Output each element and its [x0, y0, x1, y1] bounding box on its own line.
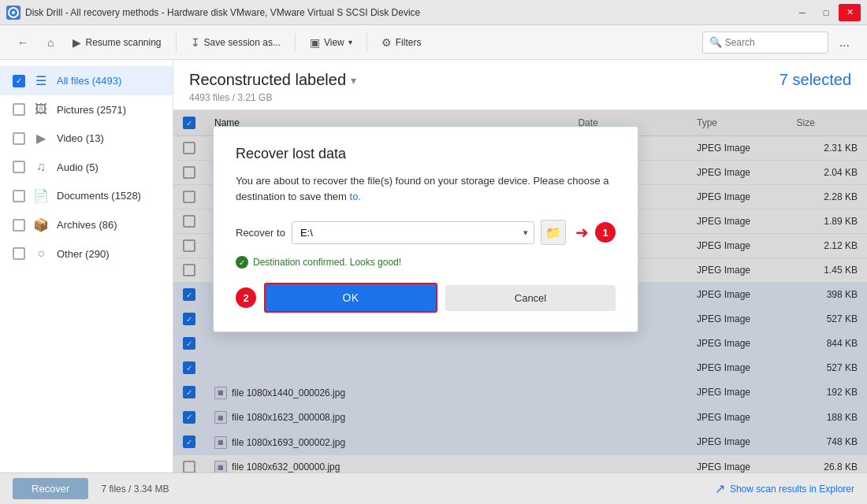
- titlebar-left: Disk Drill - All recovery methods - Hard…: [6, 6, 420, 20]
- toolbar-separator: [176, 33, 177, 52]
- sidebar-item-pictures[interactable]: 🖼 Pictures (2571): [0, 95, 173, 124]
- sidebar-item-archives[interactable]: 📦 Archives (86): [0, 210, 173, 239]
- resume-scanning-button[interactable]: ▶ Resume scanning: [65, 32, 169, 53]
- maximize-button[interactable]: □: [815, 4, 837, 21]
- minimize-button[interactable]: ─: [791, 4, 813, 21]
- sidebar-item-pictures-label: Pictures (2571): [57, 104, 126, 116]
- save-icon: ↧: [191, 36, 200, 49]
- all-files-icon: ☰: [33, 73, 49, 88]
- destination-input[interactable]: [292, 221, 534, 244]
- archives-icon: 📦: [33, 217, 49, 232]
- view-button[interactable]: ▣ View ▾: [302, 32, 360, 53]
- sidebar-item-audio[interactable]: ♫ Audio (5): [0, 153, 173, 181]
- titlebar-controls: ─ □ ✕: [791, 4, 861, 21]
- step1-arrow-icon: ➜: [575, 223, 589, 242]
- content-header-top: Reconstructed labeled ▾ 7 selected: [189, 71, 851, 89]
- sidebar-checkbox-other[interactable]: [13, 247, 25, 260]
- export-icon: ↗: [715, 481, 725, 496]
- sidebar-item-archives-label: Archives (86): [57, 219, 117, 231]
- confirmed-check-icon: ✓: [236, 256, 248, 269]
- back-icon: ←: [17, 36, 28, 49]
- close-button[interactable]: ✕: [839, 4, 861, 21]
- sidebar-item-documents[interactable]: 📄 Documents (1528): [0, 181, 173, 210]
- sidebar-item-other-label: Other (290): [57, 248, 109, 260]
- view-icon: ▣: [310, 36, 320, 49]
- app-icon: [6, 6, 20, 20]
- view-label: View: [324, 37, 344, 48]
- titlebar-title: Disk Drill - All recovery methods - Hard…: [25, 7, 420, 18]
- other-icon: ○: [33, 246, 49, 261]
- bottom-files-info: 7 files / 3.34 MB: [101, 484, 169, 495]
- sidebar: ✓ ☰ All files (4493) 🖼 Pictures (2571) ▶…: [0, 60, 173, 472]
- sidebar-item-all-files[interactable]: ✓ ☰ All files (4493): [0, 66, 173, 95]
- documents-icon: 📄: [33, 188, 49, 203]
- main-layout: ✓ ☰ All files (4493) 🖼 Pictures (2571) ▶…: [0, 60, 867, 472]
- cancel-button[interactable]: Cancel: [445, 285, 616, 311]
- sidebar-item-all-files-label: All files (4493): [57, 75, 121, 87]
- video-icon: ▶: [33, 131, 49, 146]
- sidebar-item-video[interactable]: ▶ Video (13): [0, 124, 173, 153]
- dialog-actions: 2 OK Cancel: [236, 283, 616, 313]
- svg-point-1: [12, 11, 15, 14]
- toolbar: ← ⌂ ▶ Resume scanning ↧ Save session as.…: [0, 25, 867, 60]
- dialog-overlay: Recover lost data You are about to recov…: [173, 110, 867, 472]
- content-area: Reconstructed labeled ▾ 7 selected 4493 …: [173, 60, 867, 472]
- sidebar-checkbox-video[interactable]: [13, 132, 25, 145]
- content-title-text: Reconstructed labeled: [189, 71, 346, 89]
- content-header: Reconstructed labeled ▾ 7 selected 4493 …: [173, 60, 867, 110]
- filters-button[interactable]: ⚙ Filters: [374, 32, 430, 53]
- resume-scanning-label: Resume scanning: [85, 37, 161, 48]
- sidebar-item-video-label: Video (13): [57, 132, 104, 144]
- pictures-icon: 🖼: [33, 102, 49, 117]
- search-icon: 🔍: [709, 36, 722, 48]
- dialog-desc-blue: to.: [350, 191, 361, 202]
- title-dropdown-icon[interactable]: ▾: [351, 74, 356, 87]
- content-subtitle: 4493 files / 3.21 GB: [189, 92, 851, 103]
- sidebar-checkbox-audio[interactable]: [13, 161, 25, 173]
- step1-badge: 1: [595, 222, 616, 243]
- confirmed-text: Destination confirmed. Looks good!: [253, 257, 401, 268]
- search-box[interactable]: 🔍: [702, 32, 828, 54]
- play-icon: ▶: [73, 36, 81, 49]
- recover-dialog: Recover lost data You are about to recov…: [213, 126, 638, 332]
- sidebar-item-other[interactable]: ○ Other (290): [0, 239, 173, 268]
- folder-icon: 📁: [545, 225, 561, 240]
- save-session-label: Save session as...: [204, 37, 281, 48]
- sidebar-checkbox-pictures[interactable]: [13, 103, 25, 116]
- save-session-button[interactable]: ↧ Save session as...: [183, 32, 288, 53]
- recover-to-row: Recover to ▾ 📁 ➜ 1: [236, 220, 616, 245]
- back-button[interactable]: ←: [9, 32, 36, 53]
- sidebar-item-audio-label: Audio (5): [57, 161, 99, 173]
- home-icon: ⌂: [47, 36, 54, 49]
- filter-icon: ⚙: [381, 36, 392, 49]
- show-scan-results-button[interactable]: ↗ Show scan results in Explorer: [715, 481, 854, 496]
- dialog-title: Recover lost data: [236, 146, 616, 162]
- audio-icon: ♫: [33, 160, 49, 174]
- recover-button[interactable]: Recover: [13, 478, 88, 499]
- ok-button[interactable]: OK: [264, 283, 437, 313]
- destination-input-wrap: ▾: [292, 221, 534, 244]
- filters-label: Filters: [396, 37, 422, 48]
- sidebar-checkbox-all-files[interactable]: ✓: [13, 75, 25, 87]
- step2-badge: 2: [236, 287, 256, 308]
- more-button[interactable]: ...: [832, 32, 858, 54]
- home-button[interactable]: ⌂: [39, 32, 61, 53]
- sidebar-item-documents-label: Documents (1528): [57, 190, 141, 202]
- content-title: Reconstructed labeled ▾: [189, 71, 356, 89]
- search-input[interactable]: [725, 37, 820, 48]
- sidebar-checkbox-archives[interactable]: [13, 219, 25, 232]
- bottom-bar: Recover 7 files / 3.34 MB ↗ Show scan re…: [0, 472, 867, 504]
- toolbar-separator-2: [295, 33, 296, 52]
- dialog-desc-text: You are about to recover the file(s) fou…: [236, 175, 609, 202]
- view-chevron-icon: ▾: [348, 38, 352, 46]
- recover-to-label: Recover to: [236, 227, 285, 239]
- toolbar-separator-3: [367, 33, 367, 52]
- dialog-description: You are about to recover the file(s) fou…: [236, 173, 616, 204]
- titlebar: Disk Drill - All recovery methods - Hard…: [0, 0, 867, 25]
- selected-count: 7 selected: [780, 71, 851, 89]
- table-container: ✓ Name Date Type Size JPEG Image2.31 KBJ…: [173, 110, 867, 472]
- sidebar-checkbox-documents[interactable]: [13, 190, 25, 202]
- browse-folder-button[interactable]: 📁: [541, 220, 566, 245]
- confirmed-message: ✓ Destination confirmed. Looks good!: [236, 256, 616, 269]
- show-scan-label: Show scan results in Explorer: [730, 484, 854, 495]
